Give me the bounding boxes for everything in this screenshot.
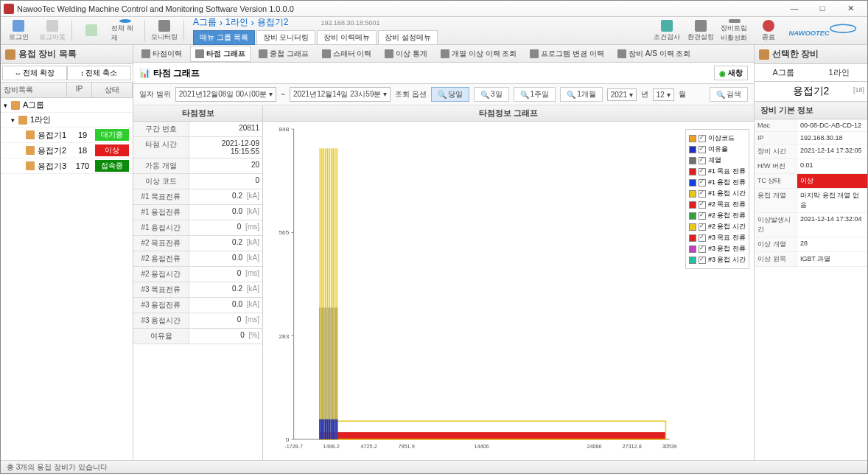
exit-button[interactable]: 종료: [754, 18, 783, 43]
tab-icon: [141, 49, 150, 58]
legend-item[interactable]: #1 용접 전류: [689, 177, 746, 188]
chart-title: 타점정보 그래프: [263, 105, 754, 122]
device-tree[interactable]: ▾A그룹▾1라인용접기119대기중용접기218이상용접기3170접속중: [1, 98, 133, 460]
app-icon: [4, 4, 14, 14]
condition-check-button[interactable]: 조건검사: [652, 18, 682, 43]
legend-checkbox[interactable]: [699, 245, 706, 253]
legend-checkbox[interactable]: [699, 257, 706, 264]
filter-today-button[interactable]: 🔍당일: [431, 87, 469, 102]
tree-label: 1라인: [30, 114, 51, 125]
info-row: #2 목표전류0.2 [kA]: [133, 236, 262, 251]
tree-row[interactable]: ▾1라인: [1, 113, 133, 128]
svg-text:848: 848: [279, 126, 290, 133]
legend-item[interactable]: #3 용접 전류: [689, 243, 746, 254]
legend-item[interactable]: #3 목표 전류: [689, 232, 746, 243]
device-list-header: 용접 장비 목록: [18, 48, 77, 60]
date-from-input[interactable]: 2021년12월08일 00시00분 ▾: [175, 87, 276, 102]
legend-item[interactable]: #1 목표 전류: [689, 166, 746, 177]
legend-item[interactable]: #2 용접 시간: [689, 221, 746, 232]
titlebar: NawooTec Welding Machine Control and Mon…: [1, 1, 867, 17]
maximize-button[interactable]: □: [808, 1, 836, 16]
folder-icon: [11, 101, 20, 110]
release-all-button[interactable]: 전체 해제: [111, 18, 140, 43]
month-select[interactable]: 12 ▾: [653, 88, 674, 101]
legend-checkbox[interactable]: [699, 157, 706, 164]
check-icon: [661, 20, 673, 32]
tab-장비-A/S-이력-조회[interactable]: 장비 A/S 이력 조회: [612, 46, 696, 62]
environment-settings-button[interactable]: 환경설정: [686, 18, 715, 43]
collapse-all-button[interactable]: ↕전체 축소: [67, 66, 132, 80]
device-info-row: 용접 개열마지막 용접 개열 없음: [755, 189, 867, 213]
filter-3days-button[interactable]: 🔍3일: [474, 87, 509, 102]
legend-checkbox[interactable]: [699, 146, 706, 153]
device-icon: [26, 146, 35, 155]
legend-item[interactable]: #1 용접 시간: [689, 188, 746, 199]
rp-device-name: 용접기2: [793, 85, 830, 97]
breadcrumb-line[interactable]: 1라인: [225, 16, 248, 29]
expand-all-button[interactable]: ↔전체 확장: [2, 66, 67, 80]
col-device-name: 장비목록: [1, 83, 67, 97]
rp-section-title: 장비 기본 정보: [760, 105, 813, 116]
tree-label: 용접기2: [38, 145, 66, 156]
filter-1month-button[interactable]: 🔍1개월: [560, 87, 603, 102]
legend-item[interactable]: 계열: [689, 155, 746, 166]
tree-row[interactable]: 용접기3170접속중: [1, 158, 133, 174]
legend-item[interactable]: 여유율: [689, 144, 746, 155]
legend-checkbox[interactable]: [699, 212, 706, 220]
search-button[interactable]: 🔍검색: [710, 87, 748, 102]
legend-checkbox[interactable]: [699, 168, 706, 175]
menu-monitoring-button[interactable]: 장비 모니터링: [256, 30, 316, 45]
legend-checkbox[interactable]: [699, 223, 706, 231]
tab-icon: [530, 49, 539, 58]
tab-개열-이상-이력-조회[interactable]: 개열 이상 이력 조회: [435, 46, 522, 62]
year-select[interactable]: 2021 ▾: [607, 88, 637, 101]
chart-legend[interactable]: 이상코드여유율계열#1 목표 전류#1 용접 전류#1 용접 시간#2 목표 전…: [685, 129, 749, 269]
tree-row[interactable]: 용접기218이상: [1, 143, 133, 158]
legend-checkbox[interactable]: [699, 234, 706, 242]
breadcrumb-group[interactable]: A그룹: [193, 16, 217, 29]
menu-group-list-button[interactable]: 매뉴 그룹 목록: [193, 30, 255, 45]
menu-settings-button[interactable]: 장비 설정메뉴: [378, 30, 438, 45]
logout-button[interactable]: 로그아웃: [38, 18, 67, 43]
tab-타점이력[interactable]: 타점이력: [136, 46, 187, 62]
login-button[interactable]: 로그인: [4, 18, 33, 43]
info-row: #1 용접시간0 [ms]: [133, 220, 262, 236]
legend-item[interactable]: #3 용접 시간: [689, 254, 746, 265]
tab-이상-통계[interactable]: 이상 통계: [379, 46, 433, 62]
play-button[interactable]: [77, 18, 106, 43]
breadcrumb-device[interactable]: 용접기2: [257, 16, 289, 29]
new-window-button[interactable]: ◉새창: [714, 66, 748, 80]
legend-checkbox[interactable]: [699, 190, 706, 198]
legend-item[interactable]: #2 용접 전류: [689, 210, 746, 221]
legend-checkbox[interactable]: [699, 179, 706, 187]
tab-타점-그래프[interactable]: 타점 그래프: [190, 46, 251, 62]
legend-swatch: [689, 179, 696, 187]
tab-중첩-그래프[interactable]: 중첩 그래프: [253, 46, 314, 62]
trip-disable-button[interactable]: 장비트립 비활성화: [720, 18, 749, 43]
tab-스패터-이력[interactable]: 스패터 이력: [317, 46, 377, 62]
device-info-row: H/W 버전0.01: [755, 159, 867, 174]
legend-checkbox[interactable]: [699, 201, 706, 209]
menu-history-button[interactable]: 장비 이력메뉴: [317, 30, 377, 45]
subheader-title: 타점 그래프: [153, 67, 200, 80]
close-button[interactable]: ✕: [836, 1, 864, 16]
legend-swatch: [689, 212, 696, 220]
selected-device-header: 선택한 장비: [772, 48, 819, 60]
tree-row[interactable]: 용접기119대기중: [1, 128, 133, 143]
tab-프로그램-변경-이력[interactable]: 프로그램 변경 이력: [525, 46, 609, 62]
minimize-button[interactable]: —: [780, 1, 808, 16]
svg-text:565: 565: [279, 230, 290, 237]
plus-icon: ◉: [719, 69, 726, 77]
filter-1week-button[interactable]: 🔍1주일: [514, 87, 556, 102]
chart-area[interactable]: 0283565848-1728.71498.24725.27951.914406…: [263, 122, 754, 460]
date-to-input[interactable]: 2021년12월14일 23시59분 ▾: [290, 87, 391, 102]
legend-item[interactable]: #2 목표 전류: [689, 199, 746, 210]
device-list-panel: 용접 장비 목록 ↔전체 확장 ↕전체 축소 장비목록 IP 상태 ▾A그룹▾1…: [1, 45, 133, 460]
monitoring-button[interactable]: 모니터링: [150, 18, 179, 43]
svg-text:NAWOOTEC: NAWOOTEC: [789, 29, 830, 37]
legend-item[interactable]: 이상코드: [689, 133, 746, 144]
breadcrumb-ip: 192.168.30.18:5001: [321, 19, 379, 27]
legend-swatch: [689, 190, 696, 198]
legend-checkbox[interactable]: [699, 135, 706, 142]
tree-row[interactable]: ▾A그룹: [1, 98, 133, 113]
